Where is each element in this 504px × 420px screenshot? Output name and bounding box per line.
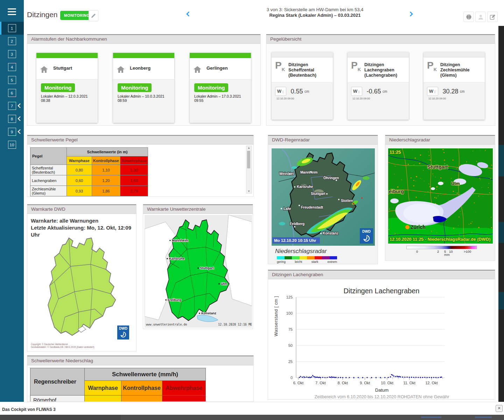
warn-value: 0,80	[67, 165, 92, 175]
status-badge: Monitoring	[41, 83, 75, 92]
abwehr-value: 1,30	[120, 165, 148, 175]
radar-legend: gering leicht stark extrem	[277, 256, 337, 264]
nav-previous-icon[interactable]	[186, 11, 190, 17]
status-badge: Monitoring	[118, 83, 152, 92]
water-level-value: 0.55	[290, 88, 303, 95]
pegel-card-zechlesmuehle[interactable]: PK Ditzingen Zechlesmühle (Glems) W⋮ 30.…	[424, 52, 485, 120]
sidebar-item-3[interactable]: 3	[0, 48, 24, 61]
sidebar-item-7[interactable]: 7	[0, 99, 24, 112]
city-label: Lahr	[284, 207, 291, 211]
pegel-card-lachengraben[interactable]: PK Ditzingen Lachengraben (Lachengraben)…	[348, 52, 409, 120]
water-level-icon: W⋮	[427, 87, 438, 96]
scale-tick: 2	[437, 250, 439, 253]
table-row: Legende:	[30, 196, 148, 197]
close-icon[interactable]: ✕	[496, 405, 503, 412]
sidebar-item-2[interactable]: 2	[0, 35, 24, 48]
scrollbar-thumb[interactable]	[247, 151, 250, 168]
gauge-name: Ditzingen Zechlesmühle (Glems)	[440, 61, 482, 82]
pegel-card-scheffzental[interactable]: PK Ditzingen Scheffzental (Beutenbach) W…	[272, 52, 333, 120]
warnkarte-dwd-map[interactable]: DWD	[33, 235, 132, 340]
panel-title: DWD-Regenradar	[268, 135, 378, 145]
scale-tick: >100	[464, 250, 471, 253]
commune-name: Stuttgart	[53, 65, 72, 71]
alarm-card-gerlingen[interactable]: Gerlingen Monitoring Lokaler Admin – 17.…	[190, 53, 251, 123]
y-axis-label: Wasserstand [ cm ]	[274, 296, 279, 336]
scroll-down-icon[interactable]: ▼	[247, 190, 250, 193]
panel-title: Schwellenwerte Pegel	[27, 135, 253, 145]
row-label: Scheffzental (Beutenbach)	[30, 165, 67, 175]
radar-legend-title: Niederschlagsradar	[275, 248, 327, 255]
alarm-card-leonberg[interactable]: Leonberg Monitoring Lokaler Admin – 10.0…	[113, 53, 174, 123]
unwetterzentrale-map[interactable]: Mannheim Karlsruhe Stuttgart Ulm Freibur…	[145, 215, 252, 328]
user-button[interactable]	[475, 12, 486, 22]
sidebar-item-9[interactable]: 9	[0, 125, 24, 138]
alarm-card-stuttgart[interactable]: Stuttgart Monitoring Lokaler Admin – 12.…	[36, 53, 98, 123]
measurement-timestamp: 12.10.20 09:00	[276, 97, 333, 100]
nav-author-text: Regina Stark (Lokaler Admin) – 03.03.202…	[269, 13, 360, 18]
panel-title: Pegelübersicht	[266, 34, 495, 44]
gauge-type-icon: PK	[275, 61, 285, 82]
sidebar-item-4[interactable]: 4	[0, 61, 24, 74]
sidebar-item-10[interactable]: 10	[0, 138, 24, 151]
compose-button[interactable]	[487, 12, 498, 22]
sidebar-item-1[interactable]: 1	[0, 22, 24, 35]
nav-next-icon[interactable]	[410, 11, 413, 17]
globe-button[interactable]	[463, 12, 474, 22]
edit-title-button[interactable]	[89, 10, 98, 21]
svg-text:9. Okt: 9. Okt	[360, 381, 370, 385]
footer-bar: Das Cockpit von FLIWAS 3 ✕	[0, 402, 504, 415]
city-label: Stuttgart	[200, 266, 214, 270]
svg-text:75: 75	[288, 327, 293, 331]
kontroll-value: 1,86	[92, 186, 120, 196]
page-title: Ditzingen	[27, 10, 58, 19]
panel-pegel-chart: Ditzingen Lachengraben Ditzingen Lacheng…	[268, 270, 495, 400]
precipitation-scale: 0 2 5 10 mm >100	[406, 246, 477, 253]
svg-text:11. Okt: 11. Okt	[403, 381, 415, 385]
table-row: Zechlesmühle (Glems) 0,93 1,86 2,79	[30, 186, 148, 196]
svg-text:125: 125	[286, 295, 293, 299]
city-label: Ulm	[221, 282, 227, 286]
warnkarte-title: Warnkarte: alle Warnungen	[31, 217, 136, 224]
sidebar-item-6[interactable]: 6	[0, 86, 24, 99]
scroll-up-icon[interactable]: ▲	[247, 146, 250, 149]
dwd-logo: DWD	[117, 326, 129, 340]
svg-text:10. Okt: 10. Okt	[381, 381, 393, 385]
measurement-timestamp: 12.10.20 09:00	[352, 97, 409, 100]
row-label: Lachengraben	[30, 175, 67, 186]
city-label: Konstanz	[323, 231, 338, 235]
copyright-line: Copyright: © Deutscher Wetterdienst	[31, 343, 94, 346]
alarm-navigation: 3 von 3: Sickerstelle am HW-Damm bei km …	[217, 7, 413, 18]
legend-label: leicht	[295, 260, 302, 264]
chevron-left-icon	[18, 129, 21, 134]
intensity-color-bar	[277, 256, 337, 259]
row-label: Römerhof (Fam. Riesch)	[30, 396, 85, 402]
chart-caption: Zeitbereich vom 6.10.2020 bis 12.10.2020…	[268, 394, 495, 399]
phase-header-warn: Warnphase	[67, 156, 92, 165]
city-label: Karlsruhe	[297, 185, 313, 189]
niederschlagsradar-map[interactable]: 11:25 Stuttgart Ulm eiburg Zürich 12.10.…	[388, 148, 493, 244]
sidebar-item-5[interactable]: 5	[0, 74, 24, 86]
warn-value: 0,93	[67, 186, 92, 196]
menu-hamburger-icon[interactable]	[5, 4, 19, 19]
water-level-unit: cm	[460, 90, 464, 93]
status-info: Lokaler Admin – 12.0.3.2021 08:38	[41, 94, 98, 103]
city-label: Stuttgart	[427, 164, 448, 170]
sidebar-item-8[interactable]: 8	[0, 112, 24, 125]
legend-label: Legende:	[30, 196, 148, 197]
city-label: Feldberg	[290, 222, 304, 226]
edit-square-icon	[490, 14, 496, 20]
pegel-card-row: PK Ditzingen Scheffzental (Beutenbach) W…	[266, 44, 495, 120]
app-footer-label: Das Cockpit von FLIWAS 3	[2, 407, 56, 412]
panel-title: Schwellenwerte Niederschlag	[27, 356, 253, 365]
alarm-status-bar	[113, 53, 174, 58]
water-level-value: 30.28	[442, 88, 458, 95]
panel-warnkarte-unwetterzentrale: Warnkarte Unwetterzentrale Mannheim Karl…	[143, 204, 253, 329]
vertical-scrollbar[interactable]: ▲ ▼	[246, 146, 252, 194]
radar-caption: 12.10.2020 11:25 - NiederschlagsRadar.de…	[390, 237, 490, 242]
regenradar-map[interactable]: Weinbiet Mannheim Öhringen Karlsruhe Stu…	[272, 148, 375, 246]
chevron-left-icon	[18, 116, 21, 121]
niederschlag-threshold-table: Regenschreiber Schwellenwerte (mm/h) War…	[30, 368, 206, 402]
panel-schwellenwerte-niederschlag: Schwellenwerte Niederschlag Regenschreib…	[27, 355, 254, 402]
warn-value: 28,7	[85, 396, 121, 402]
radar-timestamp: Mo 12.10.20 10:15 Uhr	[274, 238, 316, 243]
